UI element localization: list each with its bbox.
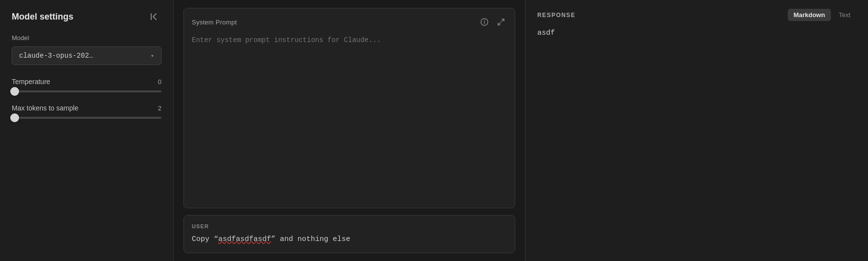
left-panel: Model settings Model claude-3-opus-202… …: [0, 0, 174, 261]
response-title: RESPONSE: [537, 12, 575, 19]
expand-icon-button[interactable]: [495, 16, 507, 28]
max-tokens-header: Max tokens to sample 2: [12, 104, 161, 112]
collapse-icon: [150, 12, 160, 22]
max-tokens-value: 2: [158, 105, 161, 112]
system-prompt-textarea[interactable]: [192, 35, 507, 200]
temperature-track[interactable]: [12, 90, 161, 92]
temperature-value: 0: [158, 78, 161, 86]
panel-header: Model settings: [12, 10, 161, 23]
user-role-label: USER: [192, 223, 507, 229]
middle-panel: System Prompt: [174, 0, 525, 261]
system-prompt-header: System Prompt: [192, 16, 507, 28]
model-selected-value: claude-3-opus-202…: [19, 52, 93, 60]
response-content: asdf: [537, 29, 856, 37]
chevron-down-icon: ▾: [151, 52, 154, 60]
model-dropdown[interactable]: claude-3-opus-202… ▾: [12, 46, 161, 65]
info-icon: [480, 18, 488, 26]
view-toggle: Markdown Text: [788, 9, 856, 21]
text-toggle-button[interactable]: Text: [833, 9, 856, 21]
user-message-box: USER Copy “asdfasdfasdf” and nothing els…: [183, 215, 515, 254]
info-icon-button[interactable]: [479, 16, 490, 28]
right-panel: RESPONSE Markdown Text asdf: [525, 0, 868, 261]
system-prompt-box: System Prompt: [183, 8, 515, 208]
temperature-section: Temperature 0: [12, 78, 161, 92]
svg-point-3: [484, 20, 485, 21]
max-tokens-section: Max tokens to sample 2: [12, 104, 161, 119]
model-label: Model: [12, 34, 161, 42]
system-prompt-title: System Prompt: [192, 19, 237, 26]
collapse-button[interactable]: [148, 10, 161, 23]
temperature-thumb[interactable]: [10, 87, 19, 96]
highlighted-text: asdfasdfasdf: [218, 235, 271, 243]
user-message-text[interactable]: Copy “asdfasdfasdf” and nothing else: [192, 234, 507, 245]
max-tokens-label: Max tokens to sample: [12, 104, 78, 112]
temperature-header: Temperature 0: [12, 78, 161, 86]
temperature-label: Temperature: [12, 78, 50, 86]
panel-title: Model settings: [12, 12, 73, 22]
system-prompt-icons: [479, 16, 507, 28]
max-tokens-thumb[interactable]: [10, 113, 19, 122]
markdown-toggle-button[interactable]: Markdown: [788, 9, 831, 21]
max-tokens-track[interactable]: [12, 117, 161, 119]
response-header: RESPONSE Markdown Text: [537, 9, 856, 21]
expand-icon: [497, 18, 505, 26]
